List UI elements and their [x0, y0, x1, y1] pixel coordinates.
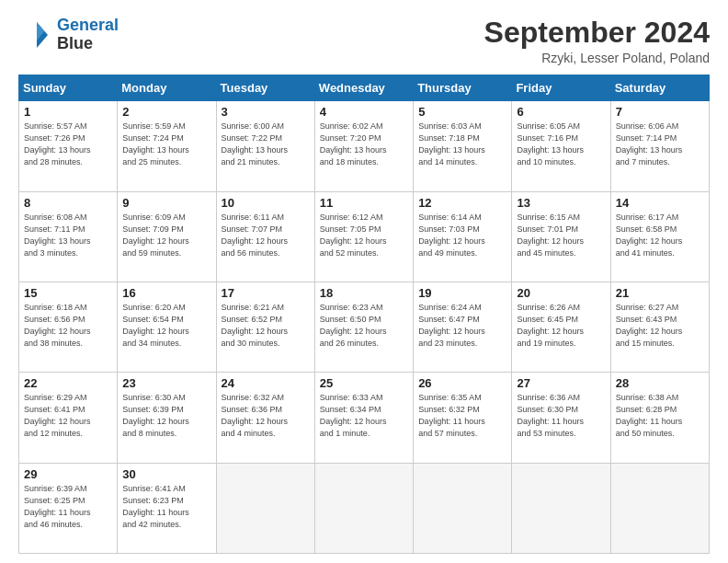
calendar-day-cell: 8Sunrise: 6:08 AM Sunset: 7:11 PM Daylig… [19, 191, 118, 282]
day-info: Sunrise: 6:06 AM Sunset: 7:14 PM Dayligh… [616, 121, 704, 168]
day-info: Sunrise: 6:41 AM Sunset: 6:23 PM Dayligh… [122, 483, 210, 531]
header: General Blue September 2024 Rzyki, Lesse… [18, 17, 710, 65]
day-info: Sunrise: 6:35 AM Sunset: 6:32 PM Dayligh… [418, 392, 506, 440]
calendar-day-cell: 14Sunrise: 6:17 AM Sunset: 6:58 PM Dayli… [610, 191, 709, 282]
calendar-day-cell: 27Sunrise: 6:36 AM Sunset: 6:30 PM Dayli… [512, 373, 610, 463]
day-number: 19 [418, 286, 506, 300]
calendar-day-cell [314, 463, 413, 553]
calendar-week-row: 22Sunrise: 6:29 AM Sunset: 6:41 PM Dayli… [19, 373, 710, 463]
day-number: 22 [24, 376, 112, 390]
calendar-day-cell: 7Sunrise: 6:06 AM Sunset: 7:14 PM Daylig… [610, 101, 709, 191]
day-info: Sunrise: 6:38 AM Sunset: 6:28 PM Dayligh… [616, 392, 704, 440]
day-info: Sunrise: 6:18 AM Sunset: 6:56 PM Dayligh… [24, 302, 112, 350]
day-info: Sunrise: 6:36 AM Sunset: 6:30 PM Dayligh… [517, 392, 605, 440]
day-info: Sunrise: 6:03 AM Sunset: 7:18 PM Dayligh… [418, 121, 506, 168]
day-number: 21 [616, 286, 704, 300]
day-number: 4 [320, 105, 408, 119]
calendar-day-cell: 19Sunrise: 6:24 AM Sunset: 6:47 PM Dayli… [414, 282, 512, 372]
logo: General Blue [18, 17, 119, 53]
calendar-day-cell: 4Sunrise: 6:02 AM Sunset: 7:20 PM Daylig… [314, 101, 413, 191]
day-number: 18 [320, 286, 408, 300]
day-number: 13 [517, 196, 605, 210]
day-info: Sunrise: 6:29 AM Sunset: 6:41 PM Dayligh… [24, 392, 112, 440]
day-number: 24 [222, 376, 310, 390]
day-number: 23 [122, 376, 210, 390]
weekday-header: Friday [512, 75, 610, 101]
day-info: Sunrise: 6:11 AM Sunset: 7:07 PM Dayligh… [222, 212, 310, 259]
day-info: Sunrise: 6:39 AM Sunset: 6:25 PM Dayligh… [24, 483, 112, 531]
calendar-day-cell [512, 463, 610, 553]
calendar-day-cell: 23Sunrise: 6:30 AM Sunset: 6:39 PM Dayli… [118, 373, 216, 463]
day-number: 30 [122, 467, 210, 481]
day-info: Sunrise: 6:00 AM Sunset: 7:22 PM Dayligh… [222, 121, 310, 168]
logo-text: General Blue [57, 17, 119, 53]
day-info: Sunrise: 6:02 AM Sunset: 7:20 PM Dayligh… [320, 121, 408, 168]
calendar-day-cell: 26Sunrise: 6:35 AM Sunset: 6:32 PM Dayli… [414, 373, 512, 463]
day-number: 16 [122, 286, 210, 300]
day-number: 3 [222, 105, 310, 119]
calendar-header-row: SundayMondayTuesdayWednesdayThursdayFrid… [19, 75, 710, 101]
page: General Blue September 2024 Rzyki, Lesse… [0, 0, 728, 563]
day-number: 14 [616, 196, 704, 210]
day-info: Sunrise: 6:09 AM Sunset: 7:09 PM Dayligh… [122, 212, 210, 259]
logo-line2: Blue [57, 35, 119, 53]
day-info: Sunrise: 6:26 AM Sunset: 6:45 PM Dayligh… [517, 302, 605, 350]
calendar-day-cell: 9Sunrise: 6:09 AM Sunset: 7:09 PM Daylig… [118, 191, 216, 282]
calendar-day-cell: 3Sunrise: 6:00 AM Sunset: 7:22 PM Daylig… [216, 101, 314, 191]
calendar-day-cell: 30Sunrise: 6:41 AM Sunset: 6:23 PM Dayli… [118, 463, 216, 553]
day-info: Sunrise: 6:23 AM Sunset: 6:50 PM Dayligh… [320, 302, 408, 350]
calendar-day-cell: 10Sunrise: 6:11 AM Sunset: 7:07 PM Dayli… [216, 191, 314, 282]
day-info: Sunrise: 5:57 AM Sunset: 7:26 PM Dayligh… [24, 121, 112, 168]
calendar-day-cell: 2Sunrise: 5:59 AM Sunset: 7:24 PM Daylig… [118, 101, 216, 191]
calendar-day-cell: 13Sunrise: 6:15 AM Sunset: 7:01 PM Dayli… [512, 191, 610, 282]
calendar-day-cell: 21Sunrise: 6:27 AM Sunset: 6:43 PM Dayli… [610, 282, 709, 372]
day-info: Sunrise: 6:12 AM Sunset: 7:05 PM Dayligh… [320, 212, 408, 259]
calendar-day-cell: 12Sunrise: 6:14 AM Sunset: 7:03 PM Dayli… [414, 191, 512, 282]
day-info: Sunrise: 5:59 AM Sunset: 7:24 PM Dayligh… [122, 121, 210, 168]
day-number: 17 [222, 286, 310, 300]
calendar-day-cell [610, 463, 709, 553]
day-number: 9 [122, 196, 210, 210]
day-info: Sunrise: 6:21 AM Sunset: 6:52 PM Dayligh… [222, 302, 310, 350]
logo-icon [18, 18, 51, 52]
day-number: 8 [24, 196, 112, 210]
day-number: 10 [222, 196, 310, 210]
calendar-week-row: 8Sunrise: 6:08 AM Sunset: 7:11 PM Daylig… [19, 191, 710, 282]
day-number: 29 [24, 467, 112, 481]
logo-line1: General [57, 16, 119, 34]
day-number: 11 [320, 196, 408, 210]
calendar-day-cell: 15Sunrise: 6:18 AM Sunset: 6:56 PM Dayli… [19, 282, 118, 372]
day-number: 5 [418, 105, 506, 119]
calendar-week-row: 15Sunrise: 6:18 AM Sunset: 6:56 PM Dayli… [19, 282, 710, 372]
title-block: September 2024 Rzyki, Lesser Poland, Pol… [484, 17, 710, 65]
day-info: Sunrise: 6:33 AM Sunset: 6:34 PM Dayligh… [320, 392, 408, 440]
calendar-day-cell: 17Sunrise: 6:21 AM Sunset: 6:52 PM Dayli… [216, 282, 314, 372]
calendar-day-cell: 20Sunrise: 6:26 AM Sunset: 6:45 PM Dayli… [512, 282, 610, 372]
location: Rzyki, Lesser Poland, Poland [484, 51, 710, 65]
calendar-day-cell: 6Sunrise: 6:05 AM Sunset: 7:16 PM Daylig… [512, 101, 610, 191]
day-number: 25 [320, 376, 408, 390]
day-number: 6 [517, 105, 605, 119]
calendar-day-cell: 28Sunrise: 6:38 AM Sunset: 6:28 PM Dayli… [610, 373, 709, 463]
day-info: Sunrise: 6:08 AM Sunset: 7:11 PM Dayligh… [24, 212, 112, 259]
calendar-day-cell: 25Sunrise: 6:33 AM Sunset: 6:34 PM Dayli… [314, 373, 413, 463]
weekday-header: Monday [118, 75, 216, 101]
day-number: 26 [418, 376, 506, 390]
calendar-day-cell: 11Sunrise: 6:12 AM Sunset: 7:05 PM Dayli… [314, 191, 413, 282]
weekday-header: Sunday [19, 75, 118, 101]
day-info: Sunrise: 6:14 AM Sunset: 7:03 PM Dayligh… [418, 212, 506, 259]
weekday-header: Tuesday [216, 75, 314, 101]
calendar-day-cell: 29Sunrise: 6:39 AM Sunset: 6:25 PM Dayli… [19, 463, 118, 553]
weekday-header: Wednesday [314, 75, 413, 101]
weekday-header: Thursday [414, 75, 512, 101]
weekday-header: Saturday [610, 75, 709, 101]
day-number: 20 [517, 286, 605, 300]
day-number: 15 [24, 286, 112, 300]
calendar-table: SundayMondayTuesdayWednesdayThursdayFrid… [18, 75, 710, 554]
day-number: 27 [517, 376, 605, 390]
day-info: Sunrise: 6:30 AM Sunset: 6:39 PM Dayligh… [122, 392, 210, 440]
calendar-day-cell [414, 463, 512, 553]
calendar-day-cell: 5Sunrise: 6:03 AM Sunset: 7:18 PM Daylig… [414, 101, 512, 191]
day-info: Sunrise: 6:32 AM Sunset: 6:36 PM Dayligh… [222, 392, 310, 440]
calendar-day-cell: 22Sunrise: 6:29 AM Sunset: 6:41 PM Dayli… [19, 373, 118, 463]
